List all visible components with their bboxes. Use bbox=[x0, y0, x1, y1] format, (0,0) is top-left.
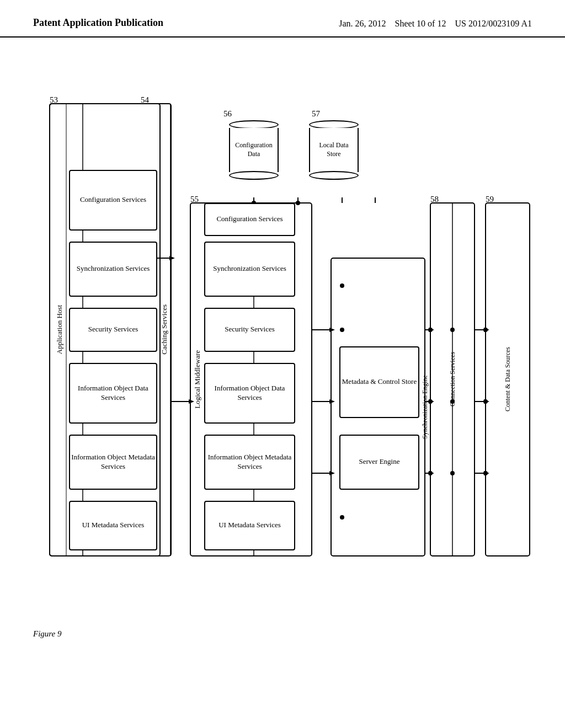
svg-point-39 bbox=[340, 283, 344, 288]
ref-54: 54 bbox=[141, 95, 149, 105]
content-data-label: Content & Data Sources bbox=[487, 203, 528, 556]
security-mid: Security Services bbox=[204, 308, 295, 352]
svg-marker-12 bbox=[329, 399, 335, 404]
sync-engine-label: Synchronization Engine bbox=[419, 258, 430, 556]
config-left: Configuration Services bbox=[69, 170, 157, 231]
logical-middleware-label: Logical Middleware bbox=[192, 203, 203, 556]
publication-info: Jan. 26, 2012 Sheet 10 of 12 US 2012/002… bbox=[339, 17, 532, 31]
figure-label: Figure 9 bbox=[33, 629, 62, 639]
info-obj-data-left: Information Object Data Services bbox=[69, 363, 157, 424]
meta-control-store: Metadata & Control Store bbox=[339, 346, 419, 418]
connector-lines bbox=[0, 38, 565, 672]
svg-marker-10 bbox=[329, 328, 335, 332]
sync-mid: Synchronization Services bbox=[204, 242, 295, 297]
info-obj-meta-mid: Information Object Metadata Services bbox=[204, 435, 295, 490]
svg-marker-14 bbox=[329, 471, 335, 475]
ref-57: 57 bbox=[312, 109, 320, 119]
local-data-cylinder: Local Data Store bbox=[309, 120, 359, 180]
security-left: Security Services bbox=[69, 308, 157, 352]
ui-meta-services-mid: UI Metadata Services bbox=[204, 501, 295, 550]
ref-56: 56 bbox=[223, 109, 232, 119]
svg-point-40 bbox=[340, 328, 344, 332]
diagram-area: 53 54 55 56 57 58 59 Application Host Ca… bbox=[0, 38, 565, 672]
page-header: Patent Application Publication Jan. 26, … bbox=[0, 0, 565, 38]
connection-services-label: Connection Services bbox=[432, 203, 473, 556]
sync-left: Synchronization Services bbox=[69, 242, 157, 297]
app-host-label: Application Host bbox=[52, 104, 66, 556]
config-mid: Configuration Services bbox=[204, 203, 295, 236]
publication-title: Patent Application Publication bbox=[33, 17, 163, 29]
ui-meta-services-left: UI Metadata Services bbox=[69, 501, 157, 550]
caching-label: Caching Services bbox=[157, 104, 171, 556]
config-data-cylinder: Configuration Data bbox=[229, 120, 279, 180]
info-obj-data-mid: Information Object Data Services bbox=[204, 363, 295, 424]
svg-point-43 bbox=[340, 515, 344, 520]
info-obj-meta-left: Information Object Metadata Services bbox=[69, 435, 157, 490]
svg-point-32 bbox=[296, 201, 300, 205]
server-engine: Server Engine bbox=[339, 435, 419, 490]
